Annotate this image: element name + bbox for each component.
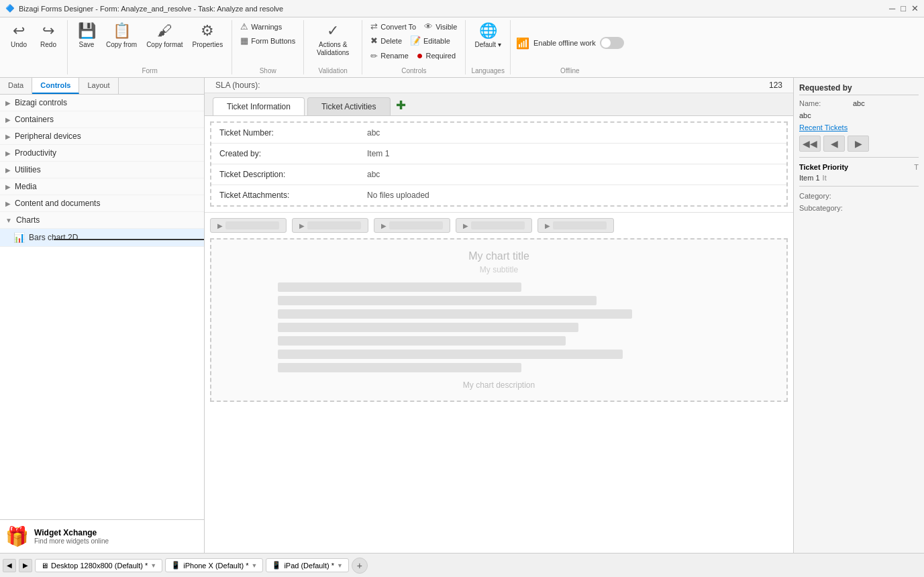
visible-icon: 👁 xyxy=(424,21,433,32)
visible-button[interactable]: 👁 Visible xyxy=(421,20,460,33)
nav-forward-btn[interactable]: ▶ xyxy=(848,136,869,152)
default-language-button[interactable]: 🌐 Default ▾ xyxy=(471,20,504,51)
minimize-button[interactable]: ─ xyxy=(889,3,895,13)
tree-item-productivity[interactable]: ▶ Productivity xyxy=(0,145,204,162)
properties-label: Properties xyxy=(193,41,223,49)
ipad-icon: 📱 xyxy=(272,561,281,570)
category-section: Category: Subcategory: xyxy=(799,186,919,212)
warnings-button[interactable]: ⚠ Warnings xyxy=(238,20,285,33)
device-desktop[interactable]: 🖥 Desktop 1280x800 (Default) * ▼ xyxy=(35,559,162,572)
required-button[interactable]: ● Required xyxy=(414,48,458,63)
warnings-label: Warnings xyxy=(251,23,282,31)
actions-validations-button[interactable]: ✓ Actions & Validations xyxy=(309,20,356,59)
delete-button[interactable]: ✖ Delete xyxy=(368,34,405,47)
tab-layout[interactable]: Layout xyxy=(79,78,118,94)
add-device-button[interactable]: + xyxy=(352,558,368,574)
action-button-5[interactable]: ▶ xyxy=(537,218,614,233)
action-button-4[interactable]: ▶ xyxy=(456,218,532,233)
undo-button[interactable]: ↩ Undo xyxy=(5,20,32,51)
action-button-2[interactable]: ▶ xyxy=(292,218,368,233)
form-group-label: form xyxy=(142,67,157,74)
ticket-attachments-label: Ticket Attachments: xyxy=(219,191,367,200)
nav-prev-btn[interactable]: ◀◀ xyxy=(799,136,821,152)
tree-item-containers[interactable]: ▶ Containers xyxy=(0,111,204,128)
visible-label: Visible xyxy=(435,23,457,31)
rename-button[interactable]: ✏ Rename xyxy=(368,48,411,63)
btn-placeholder-1 xyxy=(225,221,279,229)
ribbon-group-languages: 🌐 Default ▾ Languages xyxy=(466,20,511,74)
add-device-icon: + xyxy=(357,560,362,571)
form-content: Ticket Number: abc Created by: Item 1 Ti… xyxy=(210,121,788,207)
tab-data[interactable]: Data xyxy=(0,78,32,94)
containers-label: Containers xyxy=(15,115,54,124)
convert-to-button[interactable]: ⇄ Convert To xyxy=(368,20,419,33)
category-label: Category: xyxy=(799,192,853,200)
recent-tickets-link[interactable]: Recent Tickets xyxy=(799,123,848,132)
required-dot-icon: ● xyxy=(417,50,423,62)
ticket-priority-row: Ticket Priority T xyxy=(799,163,919,171)
device-ipad[interactable]: 📱 iPad (Default) * ▼ xyxy=(266,558,349,572)
chart-bar-row-1 xyxy=(278,282,721,292)
warning-icon: ⚠ xyxy=(240,21,248,32)
tree-item-media[interactable]: ▶ Media xyxy=(0,178,204,195)
left-panel: Data Controls Layout ▶ Bizagi controls ▶… xyxy=(0,78,205,553)
main-layout: Data Controls Layout ▶ Bizagi controls ▶… xyxy=(0,78,924,553)
editable-button[interactable]: 📝 Editable xyxy=(407,34,453,47)
language-icon: 🌐 xyxy=(479,22,497,40)
properties-icon: ⚙ xyxy=(201,22,214,40)
charts-label: Charts xyxy=(16,215,40,225)
iphone-icon: 📱 xyxy=(171,561,181,570)
status-nav-next[interactable]: ▶ xyxy=(19,559,32,572)
copy-format-button[interactable]: 🖌 Copy format xyxy=(143,20,186,51)
tab-ticket-information[interactable]: Ticket Information xyxy=(213,97,305,115)
tree-item-utilities[interactable]: ▶ Utilities xyxy=(0,162,204,178)
tab-add-button[interactable]: ✚ xyxy=(393,98,409,113)
offline-wifi-icon: 📶 xyxy=(516,37,529,50)
right-field-link: Recent Tickets xyxy=(799,123,919,132)
languages-group-label: Languages xyxy=(471,67,505,74)
bizagi-controls-label: Bizagi controls xyxy=(15,98,67,107)
properties-button[interactable]: ⚙ Properties xyxy=(189,20,227,51)
undo-label: Undo xyxy=(11,41,27,49)
tab-controls[interactable]: Controls xyxy=(32,78,79,94)
save-button[interactable]: 💾 Save xyxy=(73,20,100,51)
tab-ticket-activities[interactable]: Ticket Activities xyxy=(307,97,391,115)
form-row-created-by: Created by: Item 1 xyxy=(211,144,786,164)
offline-toggle[interactable] xyxy=(600,37,624,49)
chart-bar-1 xyxy=(278,282,521,292)
ticket-number-value: abc xyxy=(367,128,778,138)
arrow-icon: ▶ xyxy=(5,166,11,174)
delete-icon: ✖ xyxy=(370,36,378,46)
form-buttons-icon: ▦ xyxy=(240,36,248,46)
action-button-1[interactable]: ▶ xyxy=(210,218,287,233)
tree-item-peripheral-devices[interactable]: ▶ Peripheral devices xyxy=(0,128,204,145)
nav-back-btn[interactable]: ◀ xyxy=(823,136,845,152)
redo-button[interactable]: ↪ Redo xyxy=(35,20,62,51)
undo-redo-items: ↩ Undo ↪ Redo xyxy=(5,20,62,74)
ribbon-group-form: 💾 Save 📋 Copy from 🖌 Copy format ⚙ Prope… xyxy=(68,20,232,74)
ribbon-group-validation: ✓ Actions & Validations Validation xyxy=(304,20,362,74)
ipad-chevron-icon: ▼ xyxy=(337,562,343,569)
device-iphone[interactable]: 📱 iPhone X (Default) * ▼ xyxy=(165,558,263,572)
convert-to-icon: ⇄ xyxy=(370,21,378,32)
ticket-description-label: Ticket Description: xyxy=(219,170,367,179)
close-button[interactable]: ✕ xyxy=(911,3,919,13)
tree-item-content-documents[interactable]: ▶ Content and documents xyxy=(0,195,204,212)
tree-item-bizagi-controls[interactable]: ▶ Bizagi controls xyxy=(0,95,204,111)
widget-xchange[interactable]: 🎁 Widget Xchange Find more widgets onlin… xyxy=(0,519,204,553)
form-buttons-button[interactable]: ▦ Form Buttons xyxy=(238,34,298,47)
media-label: Media xyxy=(15,182,37,191)
widget-xchange-icon: 🎁 xyxy=(5,525,29,547)
tree-item-bars-chart-2d[interactable]: 📊 Bars chart 2D xyxy=(0,229,204,247)
validation-items: ✓ Actions & Validations xyxy=(309,20,356,66)
form-buttons-label: Form Buttons xyxy=(251,37,295,45)
copy-from-button[interactable]: 📋 Copy from xyxy=(103,20,140,51)
form-row-ticket-number: Ticket Number: abc xyxy=(211,123,786,144)
maximize-button[interactable]: □ xyxy=(901,3,906,13)
tree-item-charts[interactable]: ▼ Charts xyxy=(0,212,204,229)
status-nav-prev[interactable]: ◀ xyxy=(3,559,16,572)
category-row: Category: xyxy=(799,192,919,200)
action-button-3[interactable]: ▶ xyxy=(374,218,450,233)
center-canvas: SLA (hours): 123 Ticket Information Tick… xyxy=(205,78,793,553)
chart-bar-row-5 xyxy=(278,336,721,346)
